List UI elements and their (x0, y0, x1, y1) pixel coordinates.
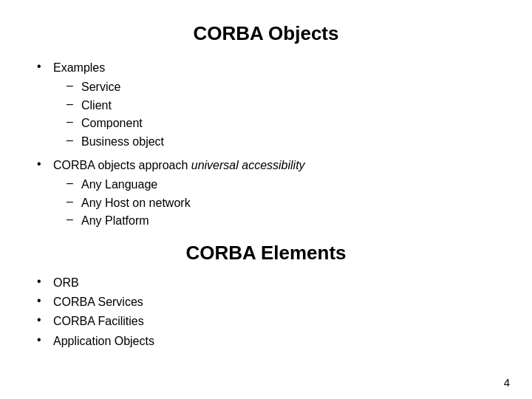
corba-services-text: CORBA Services (53, 294, 143, 310)
bullet-marker-corba-services: • (37, 294, 53, 307)
sub-component: – Component (66, 115, 495, 132)
application-objects-text: Application Objects (53, 333, 154, 349)
bullet-marker-1: • (37, 60, 53, 73)
corba-facilities-text: CORBA Facilities (53, 313, 144, 330)
orb-text: ORB (53, 275, 79, 291)
sub-business-object: – Business object (66, 134, 495, 150)
dash-any-host: – (66, 195, 81, 208)
bullet-marker-application-objects: • (37, 333, 53, 347)
dash-component: – (66, 115, 81, 129)
client-text: Client (81, 98, 112, 114)
corba-approach-italic: universal accessibility (191, 159, 305, 171)
bullet-application-objects: • Application Objects (37, 333, 495, 349)
examples-label: Examples (53, 60, 105, 76)
slide: CORBA Objects • Examples – Service – Cli… (0, 0, 532, 399)
bullet-corba-facilities: • CORBA Facilities (37, 313, 495, 330)
corba-approach-text: CORBA objects approach universal accessi… (53, 157, 305, 174)
corba-approach-plain: CORBA objects approach (53, 159, 191, 171)
dash-client: – (66, 98, 81, 111)
service-text: Service (81, 79, 120, 95)
dash-any-platform: – (66, 213, 81, 226)
any-platform-text: Any Platform (81, 213, 149, 229)
sub-any-language: – Any Language (66, 177, 495, 193)
bullet-marker-corba-facilities: • (37, 313, 53, 327)
any-host-text: Any Host on network (81, 195, 191, 211)
sub-any-platform: – Any Platform (66, 213, 495, 229)
dash-any-language: – (66, 177, 81, 190)
bullet-examples: • Examples (37, 60, 495, 76)
component-text: Component (81, 115, 143, 132)
sub-any-host: – Any Host on network (66, 195, 495, 211)
sub-service: – Service (66, 79, 495, 95)
sub-client: – Client (66, 98, 495, 114)
elements-section: • ORB • CORBA Services • CORBA Facilitie… (37, 275, 495, 350)
section-title: CORBA Elements (37, 242, 495, 265)
bullet-orb: • ORB (37, 275, 495, 291)
page-number: 4 (504, 376, 510, 389)
examples-section: • Examples – Service – Client – Componen… (37, 60, 495, 150)
dash-business-object: – (66, 134, 81, 147)
any-language-text: Any Language (81, 177, 157, 193)
business-object-text: Business object (81, 134, 164, 150)
dash-service: – (66, 79, 81, 92)
corba-approach-section: • CORBA objects approach universal acces… (37, 157, 495, 230)
bullet-corba-approach: • CORBA objects approach universal acces… (37, 157, 495, 174)
bullet-marker-2: • (37, 157, 53, 171)
bullet-marker-orb: • (37, 275, 53, 288)
main-title: CORBA Objects (37, 22, 495, 45)
bullet-corba-services: • CORBA Services (37, 294, 495, 310)
